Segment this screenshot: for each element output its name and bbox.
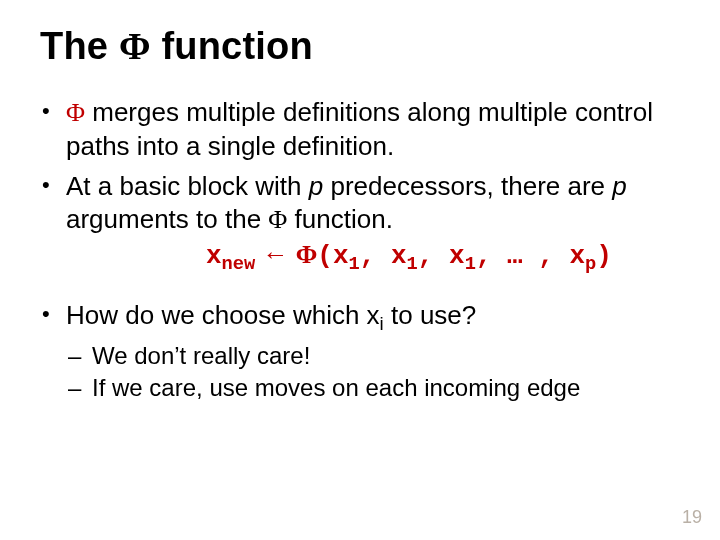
slide: The Φ function Φ merges multiple definit… — [0, 0, 720, 540]
bullet-3-pre: How do we choose which x — [66, 300, 380, 330]
bullet-2-post: function. — [287, 204, 393, 234]
formula-x1b: x — [391, 241, 407, 271]
bullet-2-mid2: arguments to the — [66, 204, 268, 234]
phi-glyph: Φ — [66, 98, 85, 127]
bullet-1: Φ merges multiple definitions along mult… — [40, 96, 680, 162]
bullet-3-post: to use? — [384, 300, 477, 330]
bullet-2-mid: predecessors, there are — [323, 171, 612, 201]
phi-glyph: Φ — [268, 205, 287, 234]
formula-x1b-sub: 1 — [407, 253, 418, 275]
formula-sep2: , — [418, 241, 449, 271]
formula-xp: x — [570, 241, 586, 271]
bullet-2-pre: At a basic block with — [66, 171, 309, 201]
formula-x1c-sub: 1 — [465, 253, 476, 275]
formula-xnew-sub: new — [222, 253, 256, 275]
sub-bullet-1: We don’t really care! — [66, 341, 680, 371]
arrow-icon: ← — [255, 239, 295, 269]
slide-title: The Φ function — [40, 24, 680, 68]
bullet-3: How do we choose which xi to use? We don… — [40, 299, 680, 404]
bullet-2: At a basic block with p predecessors, th… — [40, 170, 680, 277]
var-p: p — [309, 171, 323, 201]
formula-x1c: x — [449, 241, 465, 271]
phi-glyph: Φ — [296, 240, 318, 269]
formula-xnew-x: x — [206, 241, 222, 271]
title-pre: The — [40, 25, 119, 67]
phi-formula: xnew ← Φ(x1, x1, x1, … , xp) — [206, 238, 680, 277]
formula-sep3: , … , — [476, 241, 570, 271]
formula-x1a-sub: 1 — [349, 253, 360, 275]
formula-x1a: x — [333, 241, 349, 271]
formula-sep1: , — [360, 241, 391, 271]
page-number: 19 — [682, 507, 702, 528]
var-p: p — [612, 171, 626, 201]
phi-glyph: Φ — [119, 25, 151, 67]
formula-xp-sub: p — [585, 253, 596, 275]
sub-bullet-list: We don’t really care! If we care, use mo… — [66, 341, 680, 403]
bullet-list: Φ merges multiple definitions along mult… — [40, 96, 680, 403]
formula-close: ) — [596, 241, 612, 271]
title-post: function — [151, 25, 313, 67]
bullet-1-text: merges multiple definitions along multip… — [66, 97, 653, 161]
formula-open: ( — [317, 241, 333, 271]
sub-bullet-2: If we care, use moves on each incoming e… — [66, 373, 680, 403]
